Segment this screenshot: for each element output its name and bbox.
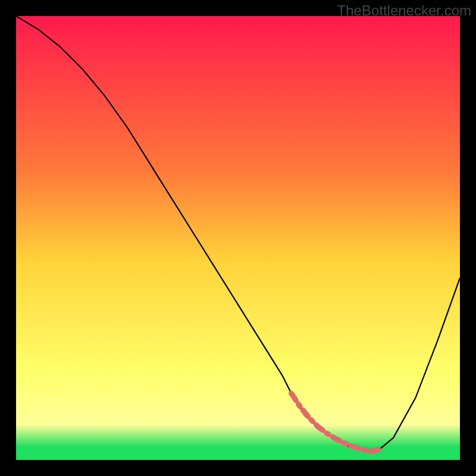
watermark-text: TheBottlenecker.com <box>337 2 471 19</box>
plot-area <box>16 16 460 460</box>
plot-svg <box>16 16 460 460</box>
chart-container: TheBottlenecker.com <box>0 0 476 476</box>
gradient-background <box>16 16 460 460</box>
